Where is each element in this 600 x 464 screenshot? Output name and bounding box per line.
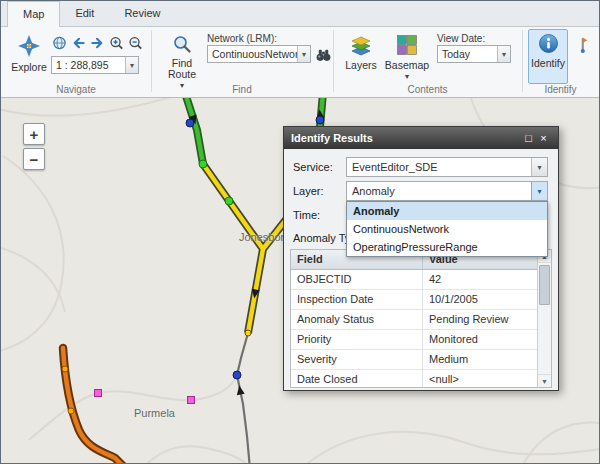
chevron-down-icon[interactable]: ▾ — [531, 182, 547, 200]
place-label-purmela: Purmela — [134, 407, 175, 419]
map-scale-value: 1 : 288,895 — [52, 59, 125, 71]
chevron-down-icon: ▾ — [405, 73, 409, 80]
service-value: EventEditor_SDE — [347, 161, 531, 173]
find-route-button[interactable]: Find Route ▾ — [159, 30, 205, 85]
value-cell: 42 — [423, 270, 537, 289]
map-zoom-out-button[interactable]: − — [23, 148, 45, 170]
binoculars-icon[interactable] — [314, 45, 333, 64]
dropdown-option-operatingpressurerange[interactable]: OperatingPressureRange — [347, 238, 547, 256]
table-row[interactable]: OBJECTID 42 — [291, 270, 537, 290]
field-cell: Anomaly Status — [291, 310, 423, 329]
panel-title: Identify Results — [291, 132, 373, 144]
maximize-icon[interactable]: □ — [521, 132, 536, 144]
service-combobox[interactable]: EventEditor_SDE ▾ — [346, 157, 548, 177]
layer-combobox[interactable]: Anomaly ▾ — [346, 181, 548, 201]
group-label-identify: Identify — [522, 84, 599, 97]
identify-results-panel: Identify Results □ × Service: EventEdito… — [283, 126, 559, 391]
identify-info-icon — [538, 33, 559, 56]
explore-label: Explore — [11, 62, 47, 73]
layer-value: Anomaly — [347, 185, 531, 197]
service-label: Service: — [293, 161, 333, 173]
view-date-value: Today — [438, 48, 497, 60]
view-date-label: View Date: — [437, 33, 485, 44]
chevron-down-icon[interactable]: ▾ — [125, 57, 138, 73]
value-cell: 10/1/2005 — [423, 290, 537, 309]
tab-review[interactable]: Review — [109, 2, 175, 26]
value-cell: Pending Review — [423, 310, 537, 329]
field-cell: Date Closed — [291, 370, 423, 388]
group-separator — [522, 30, 523, 92]
identify-route-icon[interactable] — [573, 35, 592, 54]
field-cell: Priority — [291, 330, 423, 349]
group-label-navigate: Navigate — [1, 84, 151, 97]
find-route-label: Find Route — [165, 58, 199, 80]
next-extent-icon[interactable] — [89, 34, 106, 51]
map-scale-combobox[interactable]: 1 : 288,895 ▾ — [51, 56, 139, 74]
close-icon[interactable]: × — [536, 132, 551, 144]
layers-icon — [350, 34, 372, 58]
ribbon: Explore — [1, 26, 599, 98]
event-editor-window: Map Edit Review Explore — [0, 0, 600, 464]
view-date-combobox[interactable]: Today ▾ — [437, 45, 511, 63]
tab-map[interactable]: Map — [7, 1, 60, 27]
group-separator — [333, 30, 334, 92]
zoom-out-icon[interactable] — [127, 34, 144, 51]
layers-label: Layers — [345, 60, 377, 71]
attributes-table: Field Value OBJECTID 42 Inspection Date … — [290, 249, 552, 388]
chevron-down-icon[interactable]: ▾ — [531, 158, 547, 176]
table-row[interactable]: Date Closed <null> — [291, 370, 537, 388]
field-cell: Severity — [291, 350, 423, 369]
explore-button[interactable]: Explore — [9, 30, 49, 83]
explore-compass-icon — [17, 34, 41, 60]
value-cell: Monitored — [423, 330, 537, 349]
identify-label: Identify — [531, 58, 565, 69]
dropdown-option-anomaly[interactable]: Anomaly — [347, 202, 547, 220]
layer-label: Layer: — [293, 185, 324, 197]
network-lrm-label: Network (LRM): — [207, 33, 277, 44]
layer-dropdown-list: Anomaly ContinuousNetwork OperatingPress… — [346, 201, 548, 257]
value-cell: Medium — [423, 350, 537, 369]
scroll-down-icon[interactable]: ▼ — [538, 374, 551, 387]
identify-button[interactable]: Identify — [528, 29, 568, 84]
basemap-icon — [396, 34, 418, 58]
panel-title-bar[interactable]: Identify Results □ × — [284, 127, 558, 149]
table-row[interactable]: Inspection Date 10/1/2005 — [291, 290, 537, 310]
value-cell: <null> — [423, 370, 537, 388]
basemap-button[interactable]: Basemap ▾ — [384, 30, 430, 85]
scrollbar-thumb[interactable] — [539, 265, 550, 305]
group-label-contents: Contents — [333, 84, 522, 97]
chevron-down-icon[interactable]: ▾ — [297, 46, 310, 62]
network-lrm-value: ContinuousNetwork — [208, 48, 297, 60]
network-lrm-combobox[interactable]: ContinuousNetwork ▾ — [207, 45, 311, 63]
group-label-find: Find — [151, 84, 333, 97]
field-cell: Inspection Date — [291, 290, 423, 309]
full-extent-icon[interactable] — [51, 34, 68, 51]
zoom-in-icon[interactable] — [108, 34, 125, 51]
layers-button[interactable]: Layers — [341, 30, 381, 83]
basemap-label: Basemap — [385, 60, 429, 71]
tab-edit[interactable]: Edit — [60, 2, 109, 26]
table-scrollbar[interactable]: ▲ ▼ — [537, 250, 551, 387]
map-zoom-control: + − — [23, 123, 45, 170]
field-cell: OBJECTID — [291, 270, 423, 289]
map-zoom-in-button[interactable]: + — [23, 123, 45, 145]
table-row[interactable]: Anomaly Status Pending Review — [291, 310, 537, 330]
time-label: Time: — [293, 209, 320, 221]
group-separator — [151, 30, 152, 92]
find-route-magnifier-icon — [172, 34, 192, 56]
previous-extent-icon[interactable] — [70, 34, 87, 51]
ribbon-tab-strip: Map Edit Review — [1, 1, 599, 26]
chevron-down-icon[interactable]: ▾ — [497, 46, 510, 62]
dropdown-option-continuousnetwork[interactable]: ContinuousNetwork — [347, 220, 547, 238]
table-row[interactable]: Priority Monitored — [291, 330, 537, 350]
table-row[interactable]: Severity Medium — [291, 350, 537, 370]
